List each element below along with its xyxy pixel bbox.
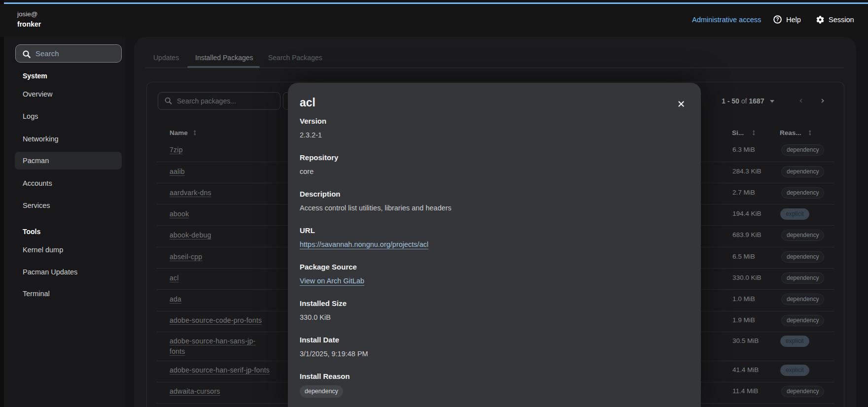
svg-text:?: ?: [776, 17, 779, 22]
